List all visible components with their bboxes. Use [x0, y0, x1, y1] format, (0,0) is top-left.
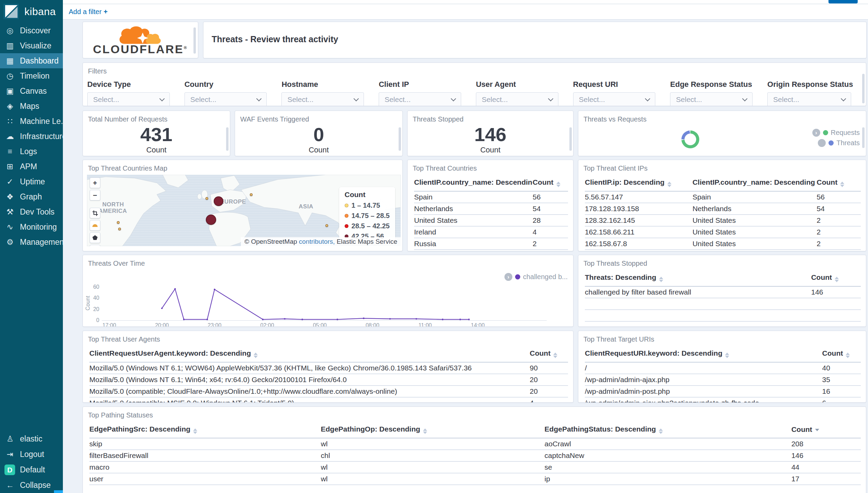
- sort-icon[interactable]: [835, 277, 839, 282]
- sort-icon[interactable]: [667, 182, 671, 187]
- sort-icon[interactable]: [725, 353, 729, 358]
- scrollbar-thumb[interactable]: [399, 127, 401, 151]
- world-map[interactable]: NORTHAMERICAEUROPEASIA + − Count 1: [87, 175, 401, 246]
- sort-icon[interactable]: [254, 353, 258, 358]
- column-header[interactable]: ClientIP.country_name: Descending: [414, 175, 533, 191]
- sidebar-item-logs[interactable]: ≡ Logs: [0, 144, 63, 159]
- column-header[interactable]: ClientIP.ip: Descending: [585, 175, 692, 191]
- column-header[interactable]: EdgePathingSrc: Descending: [89, 422, 321, 438]
- column-header[interactable]: ClientRequestUserAgent.keyword: Descendi…: [89, 346, 530, 362]
- line-legend[interactable]: › challenged b...: [504, 273, 568, 281]
- map-zoom-out-button[interactable]: −: [90, 190, 100, 200]
- sort-icon[interactable]: [423, 428, 427, 434]
- sidebar-item-space-default[interactable]: D Default: [0, 462, 63, 478]
- legend-item[interactable]: › Requests: [812, 129, 860, 137]
- sidebar-item-dev-tools[interactable]: ⚒ Dev Tools: [0, 204, 63, 219]
- filter-select-origin-response-status[interactable]: Select...: [767, 92, 851, 106]
- sidebar-item-apm[interactable]: ⊞ APM: [0, 159, 63, 174]
- map-draw-polygon-button[interactable]: [90, 232, 100, 243]
- sort-icon[interactable]: [659, 428, 663, 434]
- legend-expand-icon[interactable]: ›: [812, 129, 820, 137]
- scrollbar-thumb[interactable]: [193, 27, 196, 54]
- scrollbar-thumb[interactable]: [569, 127, 572, 151]
- icon-monitoring: ∿: [0, 222, 20, 232]
- sort-icon[interactable]: [193, 428, 197, 434]
- table-header-row: EdgePathingSrc: DescendingEdgePathingOp:…: [89, 422, 861, 438]
- column-header[interactable]: Count: [530, 346, 568, 362]
- sidebar-item-graph[interactable]: ❖ Graph: [0, 189, 63, 204]
- sort-icon[interactable]: [659, 277, 663, 282]
- sidebar-item-canvas[interactable]: ▣ Canvas: [0, 83, 63, 99]
- sort-icon[interactable]: [815, 429, 819, 431]
- legend-item[interactable]: Threats: [818, 139, 860, 147]
- select-placeholder: Select...: [773, 95, 799, 104]
- icon-logout: ⇥: [0, 450, 20, 459]
- table-header-row: ClientRequestURI.keyword: DescendingCoun…: [585, 346, 861, 362]
- map-draw-rect-button[interactable]: [90, 245, 100, 246]
- add-filter-link[interactable]: Add a filter+: [69, 8, 108, 16]
- column-header[interactable]: Count: [822, 346, 861, 362]
- column-header[interactable]: Count: [811, 270, 861, 286]
- map-marker-china[interactable]: [325, 224, 328, 227]
- filter-select-user-agent[interactable]: Select...: [476, 92, 558, 106]
- filter-select-edge-response-status[interactable]: Select...: [670, 92, 753, 106]
- sidebar-item-maps[interactable]: ◈ Maps: [0, 99, 63, 114]
- map-marker-spain[interactable]: [206, 215, 216, 225]
- filter-select-client-ip[interactable]: Select...: [379, 92, 461, 106]
- column-header[interactable]: Count: [533, 175, 568, 191]
- sort-icon[interactable]: [840, 182, 844, 187]
- map-zoom-in-button[interactable]: +: [90, 177, 100, 188]
- filter-select-device-type[interactable]: Select...: [87, 92, 170, 106]
- legend-expand-icon[interactable]: [818, 139, 826, 147]
- sort-icon[interactable]: [556, 182, 560, 187]
- chevron-down-icon: [354, 96, 359, 102]
- sidebar-item-dashboard[interactable]: ▦ Dashboard: [0, 53, 63, 68]
- query-bar-strip: [63, 0, 868, 4]
- threats-vs-requests-panel: Threats vs Requests › Requests Threats: [578, 111, 866, 156]
- column-header[interactable]: Count: [791, 422, 861, 438]
- filter-select-request-uri[interactable]: Select...: [573, 92, 656, 106]
- column-header[interactable]: ClientRequestURI.keyword: Descending: [585, 346, 822, 362]
- sidebar-item-visualize[interactable]: ▥ Visualize: [0, 38, 63, 53]
- column-header[interactable]: Count: [817, 175, 861, 191]
- sidebar-item-discover[interactable]: ◎ Discover: [0, 23, 63, 38]
- column-header[interactable]: Threats: Descending: [585, 270, 811, 286]
- select-placeholder: Select...: [287, 95, 313, 104]
- filter-select-hostname[interactable]: Select...: [281, 92, 364, 106]
- sidebar-item-monitoring[interactable]: ∿ Monitoring: [0, 219, 63, 234]
- map-marker-united-states[interactable]: [118, 228, 121, 230]
- icon-management: ⚙: [0, 238, 20, 247]
- sidebar-item-user[interactable]: ♙ elastic: [0, 431, 63, 447]
- column-header[interactable]: ClientIP.country_name: Descending: [692, 175, 816, 191]
- sidebar-item-infrastructure[interactable]: ☁ Infrastructure: [0, 129, 63, 144]
- icon-visualize: ▥: [0, 41, 20, 50]
- table-row: Ireland4: [414, 226, 568, 238]
- map-region-label: EUROPE: [220, 198, 246, 205]
- filter-select-country[interactable]: Select...: [185, 92, 267, 106]
- map-marker-ireland[interactable]: [205, 197, 208, 200]
- kibana-logo[interactable]: kibana: [0, 0, 63, 23]
- scrollbar-thumb[interactable]: [862, 74, 865, 103]
- sidebar-item-label: Management: [20, 238, 63, 247]
- donut-chart[interactable]: [681, 130, 699, 148]
- metric-value: 146: [474, 125, 506, 144]
- sidebar-item-timelion[interactable]: ◷ Timelion: [0, 68, 63, 83]
- update-button-partial[interactable]: [828, 0, 858, 3]
- map-draw-circle-button[interactable]: [90, 220, 100, 231]
- column-header[interactable]: EdgePathingOp: Descending: [321, 422, 545, 438]
- table-row: 162.158.67.8United States2: [585, 238, 861, 250]
- column-header[interactable]: EdgePathingStatus: Descending: [545, 422, 791, 438]
- scrollbar-thumb[interactable]: [862, 127, 865, 148]
- sidebar-item-logout[interactable]: ⇥ Logout: [0, 447, 63, 462]
- select-placeholder: Select...: [482, 95, 508, 104]
- sidebar-item-management[interactable]: ⚙ Management: [0, 234, 63, 250]
- map-crop-tool-button[interactable]: [90, 208, 100, 218]
- sort-icon[interactable]: [553, 353, 557, 358]
- scrollbar-thumb[interactable]: [226, 127, 229, 151]
- attribution-link[interactable]: contributors,: [299, 238, 335, 245]
- sort-icon[interactable]: [846, 353, 850, 358]
- sidebar-item-machine-learning[interactable]: ∷ Machine Le...: [0, 114, 63, 129]
- sidebar-item-uptime[interactable]: ✓ Uptime: [0, 174, 63, 189]
- legend-expand-icon[interactable]: ›: [504, 273, 512, 281]
- sidebar-item-collapse[interactable]: ← Collapse: [0, 478, 63, 493]
